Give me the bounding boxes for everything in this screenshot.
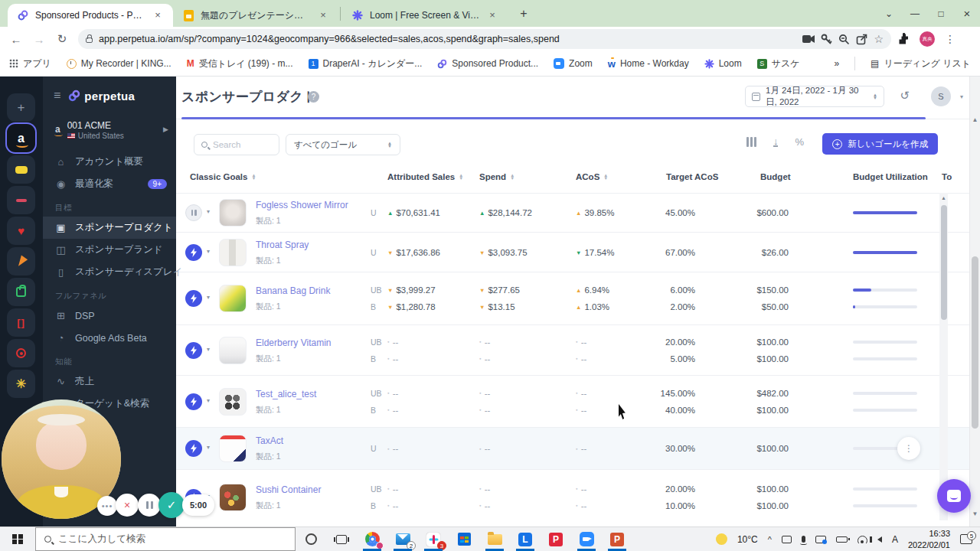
account-green-bag[interactable]: [7, 278, 35, 306]
add-account-button[interactable]: +: [7, 93, 35, 122]
recording-cancel-button[interactable]: ×: [116, 494, 139, 517]
sidebar-item-sales[interactable]: ∿売上: [43, 370, 176, 393]
task-view-button[interactable]: [326, 527, 357, 551]
tab-google-slides[interactable]: 無題のプレゼンテーション - Google ス ×: [173, 4, 338, 27]
col-acos[interactable]: ACoS▲▼: [576, 172, 608, 181]
recording-more-button[interactable]: •••: [97, 496, 117, 516]
recording-finish-button[interactable]: ✓: [158, 492, 185, 518]
tray-wifi-icon[interactable]: [858, 536, 867, 543]
help-icon[interactable]: ?: [308, 91, 319, 103]
taskbar-store[interactable]: [449, 527, 479, 551]
sidebar-item-sponsored-products[interactable]: ▣スポンサープロダクト: [43, 217, 176, 239]
user-avatar[interactable]: S: [931, 86, 951, 106]
col-target-acos[interactable]: Target ACoS: [666, 172, 718, 181]
percent-icon[interactable]: %: [795, 136, 804, 148]
taskbar-search-input[interactable]: ここに入力して検索: [35, 527, 296, 551]
ime-indicator[interactable]: A: [892, 534, 898, 545]
history-refresh-icon[interactable]: ↺: [900, 89, 910, 103]
account-heart[interactable]: ♥: [7, 217, 35, 245]
taskbar-explorer[interactable]: [479, 527, 510, 551]
table-row[interactable]: ▾ TaxAct製品: 1 U -- -- -- 30.00% $100.00 …: [176, 427, 980, 469]
bookmark-gmail-inbox[interactable]: M受信トレイ (199) - m...: [187, 57, 293, 70]
window-menu-icon[interactable]: ⌄: [876, 8, 902, 19]
account-selector[interactable]: a 001 ACME United States ▶: [43, 113, 176, 151]
goal-filter-select[interactable]: すべてのゴール ▲▼: [286, 134, 400, 155]
chevron-right-icon[interactable]: ▶: [163, 126, 168, 133]
table-row[interactable]: ▾ Throat Spray製品: 1 U $17,636.86 $3,093.…: [176, 232, 980, 272]
maximize-button[interactable]: □: [928, 8, 954, 19]
bookmarks-overflow[interactable]: »: [834, 58, 839, 69]
close-tab-icon[interactable]: ×: [317, 9, 329, 21]
table-row[interactable]: ▾ Banana Bag Drink製品: 1 UB $3,999.27 $27…: [176, 272, 980, 324]
table-row[interactable]: ▾ Test_alice_test製品: 1 UB -- -- -- 145.0…: [176, 375, 980, 427]
taskbar-chrome[interactable]: [357, 527, 387, 551]
bookmark-sasuke[interactable]: Sサスケ: [757, 57, 800, 70]
close-tab-icon[interactable]: ×: [486, 9, 498, 21]
tray-screenshare-icon[interactable]: [815, 536, 826, 543]
taskbar-loom[interactable]: L: [510, 527, 541, 551]
col-spend[interactable]: Spend▲▼: [479, 172, 514, 181]
download-icon[interactable]: ↓: [773, 137, 779, 147]
col-budget[interactable]: Budget: [760, 172, 791, 181]
bookmark-apps[interactable]: アプリ: [9, 57, 51, 70]
col-classic-goals[interactable]: Classic Goals▲▼: [190, 172, 256, 181]
sidebar-item-sponsored-brands[interactable]: ◫スポンサーブランド: [43, 239, 176, 261]
col-total[interactable]: To: [942, 172, 952, 181]
bookmark-workday[interactable]: wHome - Workday: [608, 58, 689, 70]
tray-battery-icon[interactable]: [836, 536, 848, 543]
profile-avatar[interactable]: 真央: [917, 31, 937, 47]
goal-search-input[interactable]: Search: [194, 134, 279, 155]
browser-menu-icon[interactable]: ⋮: [940, 33, 960, 45]
sidebar-item-optimizations[interactable]: ◉最適化案9+: [43, 173, 176, 195]
share-icon[interactable]: [856, 34, 867, 45]
close-window-button[interactable]: ×: [954, 7, 980, 20]
weather-temp[interactable]: 10°C: [737, 534, 758, 545]
sidebar-item-google-ads-beta[interactable]: ◔Google Ads Beta: [43, 327, 176, 349]
zoom-page-icon[interactable]: [838, 34, 850, 45]
col-attributed-sales[interactable]: Attributed Sales▲▼: [387, 172, 463, 181]
table-row[interactable]: ▾ Sushi Container製品: 1 UB -- -- -- 20.00…: [176, 469, 980, 524]
date-range-picker[interactable]: 1月 24日, 2022 - 1月 30日, 2022 ▲▼: [745, 86, 884, 107]
bookmark-sponsored-products[interactable]: Sponsored Product...: [437, 58, 538, 69]
reading-list-button[interactable]: ▤リーディング リスト: [871, 57, 971, 70]
col-budget-utilization[interactable]: Budget Utilization: [853, 172, 928, 181]
back-button[interactable]: ←: [6, 33, 26, 46]
forward-button[interactable]: →: [29, 33, 49, 46]
start-button[interactable]: [0, 527, 35, 551]
account-amazon-acme[interactable]: a: [7, 124, 35, 152]
tab-loom[interactable]: Loom | Free Screen & Video Rec ×: [342, 4, 508, 27]
account-yellow[interactable]: [7, 155, 35, 184]
tab-sponsored-products[interactable]: Sponsored Products - Perpetua ×: [8, 4, 173, 27]
account-red-dash[interactable]: [7, 186, 35, 214]
address-bar[interactable]: app.perpetua.io/am/sp/?company=1024&geoc…: [78, 29, 891, 49]
taskbar-mail[interactable]: 2: [387, 527, 418, 551]
scrollbar-thumb[interactable]: [941, 205, 947, 320]
bookmark-star-icon[interactable]: ☆: [874, 33, 884, 45]
taskbar-clock[interactable]: 16:332022/02/01: [908, 528, 950, 550]
chat-widget-button[interactable]: [937, 479, 971, 513]
account-asterisk[interactable]: ✳: [7, 370, 35, 398]
bookmark-zoom[interactable]: Zoom: [554, 58, 593, 69]
close-tab-icon[interactable]: ×: [152, 9, 164, 21]
taskbar-powerpoint[interactable]: P: [602, 527, 632, 551]
weather-moon-icon[interactable]: [716, 533, 727, 545]
cortana-button[interactable]: [296, 527, 326, 551]
reload-button[interactable]: ↻: [52, 32, 72, 46]
tray-device-icon[interactable]: [782, 536, 792, 543]
taskbar-red-p-app[interactable]: P: [541, 527, 571, 551]
bookmark-draperai-calendar[interactable]: 1DraperAI - カレンダー...: [309, 57, 423, 70]
columns-icon[interactable]: [746, 137, 756, 147]
scrollbar-thumb[interactable]: [972, 256, 978, 429]
scroll-up-icon[interactable]: ▲: [970, 116, 980, 123]
new-tab-button[interactable]: +: [514, 4, 534, 24]
tray-microphone-icon[interactable]: [802, 536, 805, 543]
bookmark-my-recorder[interactable]: My Recorder | KING...: [67, 58, 172, 69]
avatar-caret-icon[interactable]: ▾: [960, 93, 963, 100]
page-scrollbar[interactable]: ▲▼: [969, 77, 980, 527]
taskbar-zoom[interactable]: [571, 527, 602, 551]
account-target[interactable]: [7, 339, 35, 367]
account-carrot[interactable]: [7, 247, 35, 276]
sidebar-item-dsp[interactable]: ⊞DSP: [43, 305, 176, 327]
table-row[interactable]: ▾ Fogless Shower Mirror製品: 1 U $70,631.4…: [176, 193, 980, 232]
password-key-icon[interactable]: [821, 34, 832, 45]
